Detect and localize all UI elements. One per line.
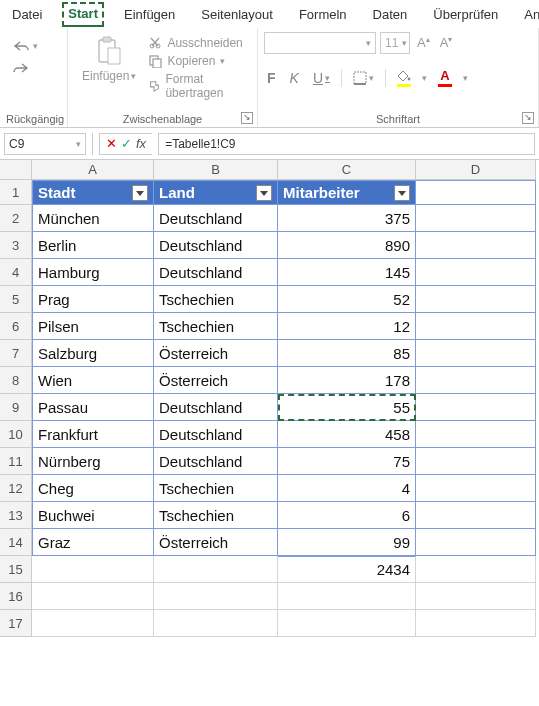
copy-button[interactable]: Kopieren ▾ (148, 54, 251, 68)
cell[interactable] (416, 205, 536, 232)
font-launcher[interactable]: ↘ (522, 112, 534, 124)
cell[interactable]: Österreich (154, 529, 278, 556)
cell[interactable]: Tschechien (154, 313, 278, 340)
cell[interactable]: 178 (278, 367, 416, 394)
formula-cancel-button[interactable]: ✕ (106, 136, 117, 151)
undo-button[interactable]: ▾ (8, 36, 42, 56)
decrease-font-button[interactable]: A▾ (437, 35, 456, 50)
cell[interactable] (416, 475, 536, 502)
cell[interactable]: Österreich (154, 367, 278, 394)
cell[interactable]: 890 (278, 232, 416, 259)
row-header[interactable]: 14 (0, 529, 32, 556)
row-header[interactable]: 7 (0, 340, 32, 367)
cell[interactable]: Tschechien (154, 475, 278, 502)
cell[interactable]: Nürnberg (32, 448, 154, 475)
row-header[interactable]: 15 (0, 556, 32, 583)
cell[interactable] (416, 313, 536, 340)
cell[interactable] (416, 286, 536, 313)
col-header-b[interactable]: B (154, 160, 278, 180)
name-box[interactable]: C9 ▾ (4, 133, 86, 155)
row-header[interactable]: 12 (0, 475, 32, 502)
cell[interactable] (416, 502, 536, 529)
row-header[interactable]: 9 (0, 394, 32, 421)
cell[interactable] (278, 610, 416, 637)
cell[interactable] (416, 259, 536, 286)
cell[interactable]: Prag (32, 286, 154, 313)
filter-button[interactable] (256, 185, 272, 201)
cell[interactable]: Buchwei (32, 502, 154, 529)
cell[interactable]: 2434 (278, 556, 416, 583)
bold-button[interactable]: F (264, 69, 279, 87)
filter-button[interactable] (132, 185, 148, 201)
cell[interactable]: Berlin (32, 232, 154, 259)
cell[interactable] (416, 180, 536, 205)
cell[interactable] (416, 232, 536, 259)
cell[interactable]: 85 (278, 340, 416, 367)
cell[interactable]: Hamburg (32, 259, 154, 286)
cell[interactable]: 99 (278, 529, 416, 556)
cell[interactable]: Deutschland (154, 394, 278, 421)
row-header[interactable]: 11 (0, 448, 32, 475)
cell[interactable]: 145 (278, 259, 416, 286)
cell[interactable]: Pilsen (32, 313, 154, 340)
tab-ueberpruefen[interactable]: Überprüfen (427, 3, 504, 26)
tab-formeln[interactable]: Formeln (293, 3, 353, 26)
cell[interactable]: Deutschland (154, 259, 278, 286)
cell[interactable]: Passau (32, 394, 154, 421)
row-header[interactable]: 1 (0, 180, 32, 205)
cell[interactable]: 12 (278, 313, 416, 340)
row-header[interactable]: 13 (0, 502, 32, 529)
cell[interactable]: Mitarbeiter (278, 180, 416, 205)
tab-seitenlayout[interactable]: Seitenlayout (195, 3, 279, 26)
cell[interactable] (32, 556, 154, 583)
cell[interactable]: Deutschland (154, 448, 278, 475)
redo-button[interactable] (8, 58, 42, 78)
filter-button[interactable] (394, 185, 410, 201)
cell[interactable]: Graz (32, 529, 154, 556)
cell[interactable]: 75 (278, 448, 416, 475)
cell[interactable] (416, 421, 536, 448)
tab-daten[interactable]: Daten (367, 3, 414, 26)
paste-button[interactable]: Einfügen▾ (74, 32, 144, 87)
cell[interactable]: Tschechien (154, 286, 278, 313)
tab-einfuegen[interactable]: Einfügen (118, 3, 181, 26)
cell[interactable]: 4 (278, 475, 416, 502)
cell[interactable] (416, 529, 536, 556)
row-header[interactable]: 3 (0, 232, 32, 259)
cell[interactable] (154, 610, 278, 637)
chevron-down-icon[interactable]: ▾ (422, 73, 427, 83)
cell[interactable] (32, 610, 154, 637)
cell[interactable] (416, 583, 536, 610)
font-name-select[interactable]: ▾ (264, 32, 376, 54)
fx-button[interactable]: fx (136, 136, 146, 151)
fill-color-button[interactable] (394, 69, 414, 88)
font-color-button[interactable]: A (435, 68, 455, 88)
cell[interactable] (32, 583, 154, 610)
cell[interactable]: 55 (278, 394, 416, 421)
row-header[interactable]: 5 (0, 286, 32, 313)
cell[interactable] (416, 610, 536, 637)
cell[interactable]: Tschechien (154, 502, 278, 529)
tab-start[interactable]: Start (62, 2, 104, 27)
row-header[interactable]: 17 (0, 610, 32, 637)
cell[interactable] (416, 340, 536, 367)
borders-button[interactable]: ▾ (350, 70, 377, 86)
cell[interactable]: Österreich (154, 340, 278, 367)
cell[interactable]: Cheg (32, 475, 154, 502)
cell[interactable]: Deutschland (154, 205, 278, 232)
tab-datei[interactable]: Datei (6, 3, 48, 26)
cell[interactable]: Deutschland (154, 421, 278, 448)
font-size-select[interactable]: 11 ▾ (380, 32, 410, 54)
row-header[interactable]: 8 (0, 367, 32, 394)
row-header[interactable]: 16 (0, 583, 32, 610)
cell[interactable]: Land (154, 180, 278, 205)
tab-ansicht[interactable]: Ansicht (518, 3, 539, 26)
chevron-down-icon[interactable]: ▾ (463, 73, 468, 83)
format-painter-button[interactable]: Format übertragen (148, 72, 251, 100)
col-header-a[interactable]: A (32, 160, 154, 180)
cut-button[interactable]: Ausschneiden (148, 36, 251, 50)
cell[interactable]: 6 (278, 502, 416, 529)
cell[interactable]: Deutschland (154, 232, 278, 259)
cell[interactable]: 458 (278, 421, 416, 448)
cell[interactable] (154, 583, 278, 610)
